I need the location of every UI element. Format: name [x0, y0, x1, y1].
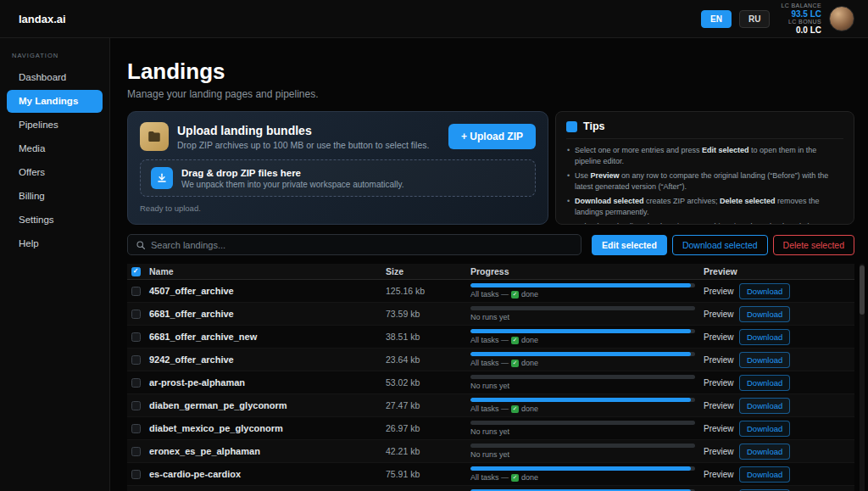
tips-title: Tips	[583, 120, 604, 132]
sidebar-item-media[interactable]: Media	[7, 137, 103, 160]
sidebar-item-dashboard[interactable]: Dashboard	[7, 66, 103, 89]
row-checkbox[interactable]	[131, 378, 141, 388]
table-header-row: Name Size Progress Preview	[127, 264, 854, 280]
sidebar-item-settings[interactable]: Settings	[7, 209, 103, 232]
progress-status-text: No runs yet	[470, 382, 695, 390]
row-checkbox[interactable]	[131, 287, 141, 296]
row-size: 23.64 kb	[381, 354, 466, 365]
brand-logo[interactable]: landax.ai	[14, 13, 66, 25]
progress-bar	[470, 329, 695, 333]
download-button[interactable]: Download	[739, 444, 790, 460]
toolbar: Edit selected Download selected Delete s…	[127, 234, 854, 255]
progress-status-text: All tasks —done	[470, 473, 695, 482]
progress-bar	[470, 375, 695, 379]
preview-link[interactable]: Preview	[704, 355, 734, 365]
progress-status-text: All tasks —done	[470, 405, 695, 413]
table-row: 9242_offer_archive23.64 kbAll tasks —don…	[127, 349, 854, 371]
progress-bar-fill	[470, 329, 691, 333]
download-button[interactable]: Download	[739, 375, 790, 391]
table-row: ar-prost-pe-alphaman53.02 kbNo runs yetP…	[127, 371, 854, 394]
row-size: 73.59 kb	[381, 309, 466, 319]
progress-bar	[470, 306, 695, 310]
row-preview-cell: Preview	[702, 399, 739, 411]
row-checkbox[interactable]	[131, 424, 141, 433]
lc-balance-block: LC BALANCE 93.5 LC LC BONUS 0.0 LC	[781, 3, 821, 34]
table-row: it-slim-pe-fitomichki84.03 kbAll tasks —…	[127, 486, 854, 491]
download-selected-button[interactable]: Download selected	[672, 235, 768, 255]
table-row: es-cardio-pe-cardiox75.91 kbAll tasks —d…	[127, 463, 854, 486]
tip-item: Select one or more entries and press Edi…	[566, 145, 843, 167]
row-download-cell: Download	[739, 375, 788, 391]
row-checkbox[interactable]	[131, 470, 141, 479]
sidebar-item-my-landings[interactable]: My Landings	[7, 90, 103, 113]
row-name: 6681_offer_archive	[144, 309, 381, 319]
avatar[interactable]	[829, 6, 854, 31]
download-button[interactable]: Download	[739, 421, 790, 437]
tip-item: Download selected creates ZIP archives; …	[566, 196, 843, 218]
row-checkbox[interactable]	[131, 332, 141, 342]
row-checkbox[interactable]	[131, 447, 141, 456]
row-download-cell: Download	[739, 329, 788, 345]
row-checkbox[interactable]	[131, 355, 141, 365]
preview-link[interactable]: Preview	[704, 310, 734, 319]
progress-status-text: No runs yet	[470, 313, 695, 321]
preview-link[interactable]: Preview	[704, 470, 734, 479]
preview-link[interactable]: Preview	[704, 447, 734, 456]
row-progress: All tasks —done	[466, 329, 702, 344]
lang-en-button[interactable]: EN	[701, 10, 732, 28]
upload-card-title: Upload landing bundles	[177, 124, 429, 137]
tip-item: Use Preview on any row to compare the or…	[566, 170, 843, 192]
sidebar-item-help[interactable]: Help	[7, 232, 103, 255]
row-download-cell: Download	[739, 283, 788, 299]
sidebar-item-billing[interactable]: Billing	[7, 185, 103, 208]
upload-zip-button[interactable]: + Upload ZIP	[448, 124, 536, 149]
row-download-cell: Download	[739, 398, 788, 414]
column-header-progress: Progress	[466, 266, 702, 276]
row-size: 42.21 kb	[381, 446, 466, 456]
zip-dropzone[interactable]: Drag & drop ZIP files here We unpack the…	[140, 159, 536, 197]
preview-link[interactable]: Preview	[704, 287, 734, 296]
download-button[interactable]: Download	[739, 306, 790, 322]
preview-link[interactable]: Preview	[704, 424, 734, 433]
row-progress: All tasks —done	[466, 466, 702, 482]
table-scrollbar[interactable]	[860, 264, 865, 491]
row-preview-cell: Preview	[702, 422, 739, 434]
upload-card-subtitle: Drop ZIP archives up to 100 MB or use th…	[177, 140, 429, 150]
download-button[interactable]: Download	[739, 283, 790, 299]
row-size: 38.51 kb	[381, 332, 466, 342]
dropzone-title: Drag & drop ZIP files here	[181, 168, 404, 178]
select-all-checkbox[interactable]	[131, 267, 141, 276]
row-preview-cell: Preview	[702, 308, 739, 320]
sidebar-section-label: NAVIGATION	[0, 38, 109, 66]
sidebar-item-pipelines[interactable]: Pipelines	[7, 114, 103, 137]
tips-icon	[566, 121, 577, 132]
row-checkbox[interactable]	[131, 310, 141, 319]
row-checkbox[interactable]	[131, 401, 141, 410]
delete-selected-button[interactable]: Delete selected	[773, 235, 854, 255]
preview-link[interactable]: Preview	[704, 378, 734, 388]
row-name: diaben_german_pe_glyconorm	[144, 400, 381, 410]
check-icon	[511, 337, 519, 344]
download-button[interactable]: Download	[739, 398, 790, 414]
progress-status-text: No runs yet	[470, 427, 695, 436]
edit-selected-button[interactable]: Edit selected	[592, 235, 667, 255]
cards-row: Upload landing bundles Drop ZIP archives…	[127, 111, 854, 225]
progress-bar	[470, 421, 695, 425]
download-tray-icon	[151, 167, 173, 189]
preview-link[interactable]: Preview	[704, 401, 734, 410]
tip-item: Upload new landings by dropping ZIP arch…	[566, 221, 843, 225]
progress-bar-fill	[470, 283, 691, 287]
preview-link[interactable]: Preview	[704, 332, 734, 342]
topbar: landax.ai EN RU LC BALANCE 93.5 LC LC BO…	[0, 0, 868, 38]
lc-bonus-label: LC BONUS	[781, 19, 821, 25]
scrollbar-thumb[interactable]	[860, 265, 865, 315]
download-button[interactable]: Download	[739, 466, 790, 483]
lang-ru-button[interactable]: RU	[739, 10, 770, 28]
sidebar-item-offers[interactable]: Offers	[7, 161, 103, 184]
column-header-size: Size	[381, 266, 466, 276]
row-download-cell: Download	[739, 352, 788, 368]
search-input[interactable]	[151, 240, 573, 250]
download-button[interactable]: Download	[739, 352, 790, 368]
row-progress: No runs yet	[466, 421, 702, 436]
download-button[interactable]: Download	[739, 329, 790, 345]
